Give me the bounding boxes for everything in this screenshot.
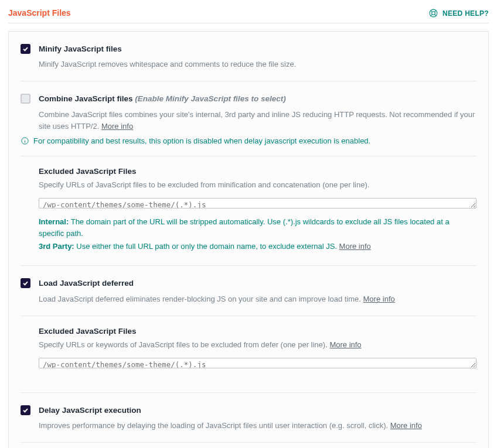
svg-line-5 <box>435 15 437 16</box>
combine-js-title: Combine JavaScript files (Enable Minify … <box>39 93 476 105</box>
defer-js-title: Load JavaScript deferred <box>39 278 476 289</box>
excluded-js-1-title: Excluded JavaScript Files <box>39 167 476 176</box>
check-icon <box>22 280 29 286</box>
js-files-panel: Minify JavaScript files Minify JavaScrip… <box>8 31 489 448</box>
minify-js-title: Minify JavaScript files <box>39 43 476 55</box>
excluded-js-1-internal-hint: Internal: The domain part of the URL wil… <box>39 216 476 240</box>
excluded-js-2-more-info-link[interactable]: More info <box>329 340 361 349</box>
need-help-label: NEED HELP? <box>442 9 489 18</box>
svg-line-2 <box>431 11 433 12</box>
excluded-js-2-desc: Specify URLs or keywords of JavaScript f… <box>39 339 476 351</box>
excluded-js-1-textarea[interactable] <box>39 198 476 208</box>
need-help-link[interactable]: NEED HELP? <box>428 8 489 18</box>
excluded-js-1-more-info-link[interactable]: More info <box>339 242 371 251</box>
defer-js-checkbox[interactable] <box>21 278 30 288</box>
delay-js-title: Delay JavaScript execution <box>39 405 476 416</box>
excluded-js-1-3rdparty-hint: 3rd Party: Use either the full URL path … <box>39 241 476 252</box>
check-icon <box>22 407 29 413</box>
minify-js-checkbox[interactable] <box>21 44 30 54</box>
combine-js-checkbox[interactable] <box>21 94 30 104</box>
svg-line-4 <box>431 15 433 16</box>
section-title: JavaScript Files <box>8 8 71 18</box>
combine-js-desc: Combine JavaScript files combines your s… <box>39 109 476 132</box>
svg-line-3 <box>435 11 437 12</box>
lifebuoy-icon <box>428 8 438 18</box>
svg-point-8 <box>25 139 25 139</box>
combine-compat-note: For compatibility and best results, this… <box>21 136 476 145</box>
excluded-js-2-textarea[interactable] <box>39 358 476 368</box>
excluded-js-2-title: Excluded JavaScript Files <box>39 327 476 336</box>
info-circle-icon <box>21 136 29 145</box>
delay-js-desc: Improves performance by delaying the loa… <box>39 420 476 432</box>
defer-more-info-link[interactable]: More info <box>363 295 395 303</box>
check-icon <box>22 46 29 52</box>
defer-js-desc: Load JavaScript deferred eliminates rend… <box>39 293 476 305</box>
delay-js-checkbox[interactable] <box>21 405 30 415</box>
svg-point-1 <box>432 12 435 15</box>
excluded-js-1-desc: Specify URLs of JavaScript files to be e… <box>39 179 476 191</box>
minify-js-desc: Minify JavaScript removes whitespace and… <box>39 59 476 70</box>
combine-more-info-link[interactable]: More info <box>101 122 133 131</box>
delay-more-info-link[interactable]: More info <box>390 421 422 430</box>
